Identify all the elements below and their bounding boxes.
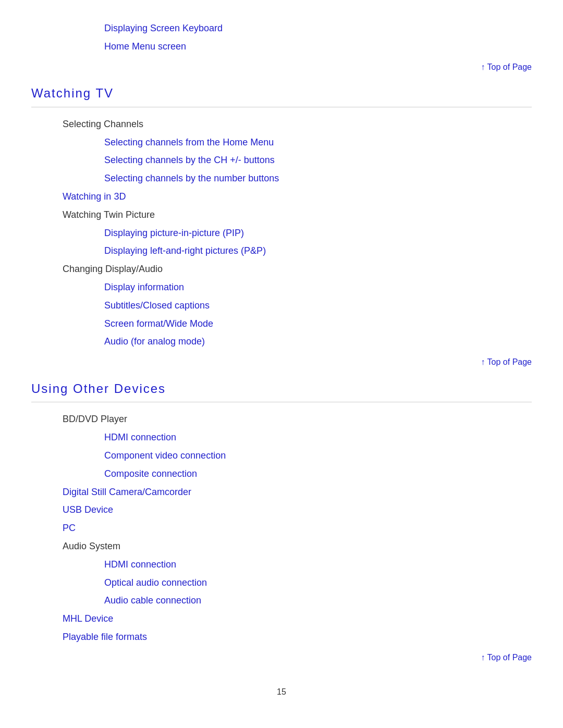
selecting-channels-link-1: Selecting channels from the Home Menu [104, 135, 532, 150]
top-of-page-3-link[interactable]: Top of Page [481, 653, 532, 662]
pip-link: Displaying picture-in-picture (PIP) [104, 226, 532, 241]
pc-link: PC [63, 521, 532, 536]
page-number: 15 [31, 685, 532, 699]
digital-camera-link: Digital Still Camera/Camcorder [63, 485, 532, 500]
watching-tv-divider [31, 107, 532, 107]
bd-dvd-player-heading: BD/DVD Player [63, 412, 532, 427]
selecting-channels-heading: Selecting Channels [63, 117, 532, 132]
playable-file-formats-link: Playable file formats [63, 630, 532, 645]
top-of-page-2-link[interactable]: Top of Page [481, 357, 532, 366]
hdmi-connection-2-link: HDMI connection [104, 557, 532, 572]
pap-link: Displaying left-and-right pictures (P&P) [104, 243, 532, 258]
display-information-link: Display information [104, 280, 532, 295]
watching-tv-section: Watching TV Selecting Channels Selecting… [31, 83, 532, 349]
watching-tv-heading: Watching TV [31, 83, 532, 103]
usb-device-link: USB Device [63, 502, 532, 517]
optical-audio-link: Optical audio connection [104, 575, 532, 590]
watching-in-3d-link: Watching in 3D [63, 189, 532, 204]
home-menu-screen-link[interactable]: Home Menu screen [104, 41, 186, 52]
top-of-page-2-container: Top of Page [31, 354, 532, 369]
intro-link-2: Home Menu screen [104, 39, 532, 54]
audio-system-heading: Audio System [63, 539, 532, 554]
top-of-page-3-container: Top of Page [31, 650, 532, 665]
intro-links-container: Displaying Screen Keyboard Home Menu scr… [31, 21, 532, 54]
screen-format-link: Screen format/Wide Mode [104, 316, 532, 331]
selecting-channels-link-3: Selecting channels by the number buttons [104, 171, 532, 186]
displaying-screen-keyboard-link[interactable]: Displaying Screen Keyboard [104, 23, 223, 33]
subtitles-link: Subtitles/Closed captions [104, 298, 532, 313]
using-other-devices-divider [31, 402, 532, 402]
watching-twin-picture-heading: Watching Twin Picture [63, 207, 532, 223]
selecting-channels-link-2: Selecting channels by the CH +/- buttons [104, 153, 532, 168]
changing-display-audio-heading: Changing Display/Audio [63, 262, 532, 277]
hdmi-connection-1-link: HDMI connection [104, 430, 532, 445]
audio-cable-link: Audio cable connection [104, 593, 532, 608]
audio-analog-link: Audio (for analog mode) [104, 334, 532, 349]
using-other-devices-section: Using Other Devices BD/DVD Player HDMI c… [31, 379, 532, 645]
top-of-page-1-container: Top of Page [31, 59, 532, 75]
intro-link-1: Displaying Screen Keyboard [104, 21, 532, 36]
composite-connection-link: Composite connection [104, 466, 532, 482]
top-of-page-1-link[interactable]: Top of Page [481, 63, 532, 71]
component-video-link: Component video connection [104, 448, 532, 463]
mhl-device-link: MHL Device [63, 611, 532, 626]
using-other-devices-heading: Using Other Devices [31, 379, 532, 399]
